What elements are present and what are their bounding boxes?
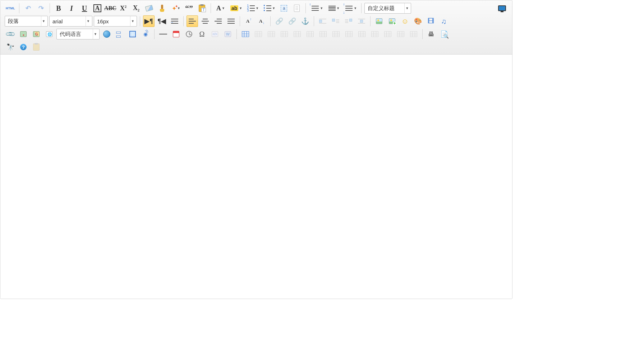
indent-button[interactable]: → [169,15,180,27]
search-replace-button[interactable]: 🔭 [5,41,16,53]
delete-table-button[interactable] [253,28,264,40]
line-height-button[interactable]: ▼ [326,3,341,14]
webapp-button[interactable] [43,28,55,40]
editor-content-area[interactable] [0,55,512,299]
underline-button[interactable]: U [79,3,90,14]
strikethrough-button[interactable]: ABC [105,3,116,14]
special-char-button[interactable]: Ω [196,28,208,40]
delete-col-button[interactable] [317,28,329,40]
attachment-button[interactable]: 📎 [5,28,16,40]
unlink-button[interactable]: 🔗 [286,15,298,27]
insert-frame-button[interactable] [101,28,112,40]
merge-right-button[interactable] [343,28,355,40]
align-justify-button[interactable] [225,15,237,27]
paste-plain-button[interactable] [196,3,208,14]
webapp-icon [46,31,52,37]
gmap-icon [33,31,40,37]
ltr-icon: ▶¶ [144,17,153,25]
unordered-list-button[interactable]: ▼ [262,3,277,14]
select-all-icon: a [281,5,287,11]
align-center-button[interactable] [199,15,211,27]
fullscreen-button[interactable] [496,3,508,14]
image-float-left-button[interactable] [330,15,341,27]
split-cols-button[interactable] [395,28,406,40]
preview-button[interactable]: 📄 [438,28,450,40]
source-html-button[interactable]: HTML [5,3,16,14]
music-button[interactable]: ♫ [438,15,450,27]
chevron-down-icon: ▼ [41,16,46,26]
drafts-button[interactable] [31,41,42,53]
row-spacing-top-button[interactable]: ↑▼ [309,3,325,14]
image-float-right-button[interactable] [343,15,354,27]
insert-col-icon [307,31,314,37]
superscript-button[interactable]: X [118,3,129,14]
template-button[interactable] [127,28,138,40]
anchor-icon: ⚓ [301,17,309,25]
anchor-button[interactable]: ⚓ [299,15,311,27]
format-match-button[interactable] [156,3,168,14]
gmap-button[interactable] [31,28,42,40]
table-icon [242,31,249,37]
img-none-icon [319,19,326,24]
time-button[interactable] [183,28,195,40]
map-button[interactable] [18,28,29,40]
palette-icon [414,17,422,25]
align-left-button[interactable] [187,15,198,27]
row-spacing-bottom-button[interactable]: ↑↓▼ [342,3,358,14]
ordered-list-button[interactable]: ▼ [245,3,260,14]
italic-button[interactable]: I [66,3,77,14]
insert-row-button[interactable] [279,28,290,40]
snapscreen-button[interactable]: </> [209,28,221,40]
delete-row-button[interactable] [291,28,303,40]
pagebreak-button[interactable] [114,28,125,40]
undo-button[interactable]: ↶ [22,3,34,14]
tolowercase-button[interactable]: A [256,15,267,27]
print-button[interactable]: 🖶 [426,28,437,40]
custom-title-select[interactable]: 自定义标题 ▼ [364,3,411,14]
insert-video-button[interactable]: 🎞 [425,15,437,27]
code-language-select[interactable]: 代码语言 ▼ [56,29,100,39]
autotypeset-button[interactable]: ✦▼ [169,3,182,14]
image-float-center-button[interactable] [356,15,367,27]
help-button[interactable]: ? [18,41,29,53]
insert-table-button[interactable] [240,28,251,40]
blockquote-button[interactable]: “” [183,3,195,14]
background-button[interactable] [140,28,151,40]
merge-down-button[interactable] [356,28,368,40]
scrawl-button[interactable] [412,15,424,27]
autotypeset-icon: ✦ [172,5,176,12]
date-button[interactable] [170,28,182,40]
snapscreen-icon: </> [212,31,218,37]
font-family-select[interactable]: arial ▼ [49,16,92,27]
select-all-button[interactable]: a [278,3,290,14]
chevron-down-icon: ▼ [336,6,340,10]
remove-format-button[interactable] [143,3,155,14]
direction-ltr-button[interactable]: ▶¶ [143,15,155,27]
font-size-select[interactable]: 16px ▼ [94,16,137,27]
blank-doc-button[interactable] [291,3,303,14]
wordimage-button[interactable]: W [222,28,234,40]
merge-cells-button[interactable] [330,28,342,40]
delete-caption-button[interactable] [408,28,419,40]
forecolor-button[interactable]: A▼ [214,3,226,14]
bold-button[interactable]: B [53,3,64,14]
insert-multi-image-button[interactable] [386,15,398,27]
split-rows-button[interactable] [382,28,394,40]
subscript-button[interactable]: X [130,3,142,14]
touppercase-button[interactable]: A [243,15,254,27]
align-right-button[interactable] [212,15,224,27]
emotion-button[interactable]: ☺ [399,15,411,27]
redo-button[interactable]: ↶ [35,3,47,14]
insert-col-button[interactable] [304,28,316,40]
horizontal-rule-button[interactable] [157,28,169,40]
split-cells-button[interactable] [369,28,381,40]
insert-image-button[interactable] [373,15,385,27]
fontborder-button[interactable]: A [92,3,103,14]
image-float-none-button[interactable] [317,15,328,27]
insert-para-before-table-button[interactable] [266,28,277,40]
backcolor-button[interactable]: ab▼ [228,3,244,14]
direction-rtl-button[interactable]: ¶◀ [156,15,167,27]
font-down-icon: A [259,18,264,24]
link-button[interactable]: 🔗 [273,15,285,27]
paragraph-select[interactable]: 段落 ▼ [5,16,48,27]
